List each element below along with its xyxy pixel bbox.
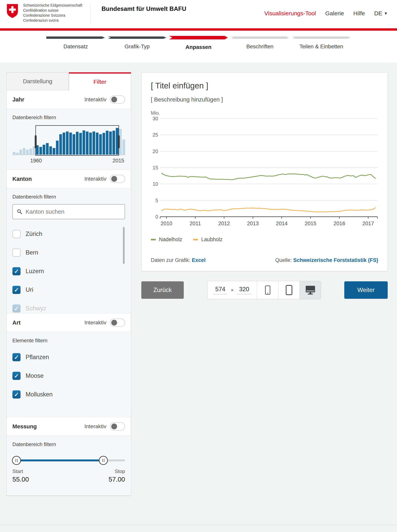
preview-size-group: × [207,281,321,299]
kanton-search-input[interactable] [25,208,120,215]
interaktiv-label: Interaktiv [84,96,106,103]
checkbox-item-luzern[interactable]: Luzern [12,262,125,281]
preview-desktop-button[interactable] [299,281,321,299]
step-bar [292,37,351,39]
chart-source: Quelle: Schweizerische Forststatistik (F… [275,257,378,263]
svg-text:30: 30 [153,116,158,121]
messung-range-slider [12,456,125,465]
step-grafik-typ[interactable]: Grafik-Typ [108,36,167,50]
tab-darstellung[interactable]: Darstellung [6,72,69,90]
checkbox-item-bern[interactable]: Bern [12,243,125,262]
section-kanton-header: Kanton Interaktiv [6,170,131,188]
sidebar-tabs: Darstellung Filter [6,72,131,90]
legend-swatch-icon [151,239,156,241]
checkbox-item-uri[interactable]: Uri [12,281,125,299]
nav-galerie[interactable]: Galerie [325,10,344,17]
interaktiv-label: Interaktiv [84,320,106,326]
back-button[interactable]: Zurück [141,281,184,299]
kanton-interactive-toggle[interactable] [110,175,125,183]
filter-label: Datenbereich filtern [12,441,125,447]
section-art-body: Elemente filtern Pflanzen Moose Molluske… [6,332,131,417]
section-jahr-header: Jahr Interaktiv [6,90,131,109]
slider-stop-handle[interactable] [99,456,108,465]
step-bar [46,37,105,39]
legend-item: Nadelholz [151,236,182,242]
step-bar [108,37,167,39]
filter-sidebar: Darstellung Filter Jahr Interaktiv Daten… [6,72,131,496]
svg-text:2015: 2015 [113,158,124,163]
kanton-list-scrollbar[interactable] [123,227,125,264]
slider-start-handle[interactable] [12,456,21,465]
checkbox-item-pflanzen[interactable]: Pflanzen [12,348,125,367]
svg-text:2015: 2015 [305,221,316,226]
checkbox[interactable] [12,372,21,380]
section-kanton-body: Datenbereich filtern Zürich Ber [6,188,131,313]
main-line-chart: 3025201510502010201120122013201420152016… [151,116,378,232]
legend-label: Laubholz [201,236,223,242]
svg-text:1960: 1960 [30,158,42,163]
checkbox[interactable] [12,286,21,294]
excel-download-link[interactable]: Excel [192,257,206,263]
section-title: Art [12,320,21,326]
kanton-search [12,204,125,219]
svg-text:2012: 2012 [218,221,230,226]
checkbox[interactable] [12,230,21,238]
page-footer: © 2019 Bundesamt für Umwelt BAFU Rechtli… [0,525,397,532]
step-teilen-einbetten[interactable]: Teilen & Einbetten [292,36,351,50]
header-nav: Visualisierungs-Tool Galerie Hilfe DE▼ [264,10,388,17]
art-interactive-toggle[interactable] [110,319,125,327]
svg-text:0: 0 [155,214,158,220]
chart-subtitle-placeholder[interactable]: [ Beschreibung hinzufügen ] [151,96,378,103]
checkbox[interactable] [12,390,21,399]
checkbox[interactable] [12,304,21,313]
toggle-knob [111,320,117,326]
section-art-header: Art Interaktiv [6,313,131,332]
checkbox[interactable] [12,353,21,361]
legend-swatch-icon [193,239,198,241]
step-bar [169,36,228,39]
section-title: Kanton [12,176,32,182]
preview-tablet-button[interactable] [278,281,299,299]
interaktiv-label: Interaktiv [84,176,106,182]
checkbox-item-moose[interactable]: Moose [12,367,125,385]
brand-red-bar [0,28,397,31]
section-messung-body: Datenbereich filtern Start Stop 55.00 57… [6,436,131,496]
svg-text:15: 15 [153,165,158,171]
checkbox-item-schwyz[interactable]: Schwyz [12,299,125,313]
logo-wordmark: Schweizerische Eidgenossenschaft Confédé… [23,3,82,23]
checkbox[interactable] [12,267,21,275]
slider-stop-value: 57.00 [109,475,125,483]
chart-title-placeholder[interactable]: [ Titel einfügen ] [151,81,378,90]
checkbox[interactable] [12,248,21,257]
svg-text:2011: 2011 [190,221,201,226]
chevron-down-icon: ▼ [384,11,388,16]
messung-interactive-toggle[interactable] [110,422,125,431]
toggle-knob [111,176,117,182]
toggle-knob [111,97,117,102]
swiss-shield-icon [6,4,19,19]
desktop-monitor-icon [305,285,316,295]
slider-start-label: Start [12,468,23,474]
nav-visualisierungs-tool[interactable]: Visualisierungs-Tool [264,10,316,17]
svg-text:2016: 2016 [334,221,345,226]
checkbox-item-zuerich[interactable]: Zürich [12,225,125,243]
nav-hilfe[interactable]: Hilfe [354,10,365,17]
jahr-interactive-toggle[interactable] [110,95,125,104]
next-button[interactable]: Weiter [344,281,388,299]
preview-phone-button[interactable] [257,281,278,299]
wizard-controls: Zurück × [141,281,388,299]
chart-data-download: Daten zur Grafik: Excel [151,257,205,263]
times-label: × [231,287,234,293]
year-range-brush-histogram[interactable]: 19602015 [12,125,125,163]
smartphone-icon [265,285,271,295]
language-selector[interactable]: DE▼ [374,10,388,17]
tab-filter[interactable]: Filter [69,72,131,90]
source-link[interactable]: Schweizerische Forststatistik (FS) [293,257,378,263]
checkbox-item-mollusken[interactable]: Mollusken [12,385,125,404]
width-input[interactable] [213,286,228,294]
step-datensatz[interactable]: Datensatz [46,36,105,50]
step-beschriften[interactable]: Beschriften [230,36,289,50]
step-anpassen[interactable]: Anpassen [169,36,228,50]
height-input[interactable] [237,286,252,294]
filter-label: Elemente filtern [12,338,125,344]
